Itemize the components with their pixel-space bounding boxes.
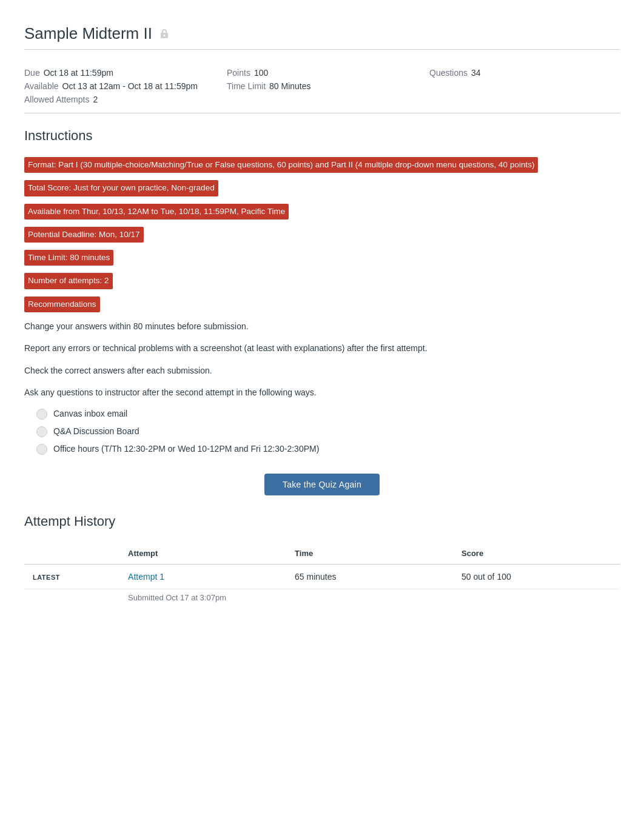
time-cell: 65 minutes	[286, 565, 453, 589]
bullet-text-1: Q&A Discussion Board	[53, 425, 139, 438]
due-label: Due	[24, 68, 40, 78]
table-row: LATEST Attempt 1 65 minutes 50 out of 10…	[24, 565, 620, 589]
questions-value: 34	[471, 68, 481, 78]
highlight-text-0: Format: Part I (30 multiple-choice/Match…	[24, 157, 538, 173]
take-quiz-button[interactable]: Take the Quiz Again	[264, 474, 380, 495]
allowed-attempts-value: 2	[93, 95, 98, 104]
submitted-row: Submitted Oct 17 at 3:07pm	[24, 589, 620, 611]
col-attempt: Attempt	[119, 543, 286, 565]
highlight-0: Format: Part I (30 multiple-choice/Match…	[24, 157, 620, 180]
latest-label: LATEST	[33, 574, 60, 581]
paragraph-2: Check the correct answers after each sub…	[24, 364, 620, 377]
meta-questions: Questions 34	[429, 68, 620, 78]
bullet-text-0: Canvas inbox email	[53, 407, 127, 420]
highlight-text-5: Number of attempts: 2	[24, 273, 113, 289]
list-item: Q&A Discussion Board	[36, 425, 620, 438]
instructions-section: Instructions Format: Part I (30 multiple…	[24, 128, 620, 455]
points-label: Points	[227, 68, 250, 78]
available-label: Available	[24, 81, 59, 91]
instructions-title: Instructions	[24, 128, 620, 147]
due-value: Oct 18 at 11:59pm	[44, 68, 113, 78]
table-header: Attempt Time Score	[24, 543, 620, 565]
meta-points: Points 100	[227, 68, 417, 78]
highlight-2: Available from Thur, 10/13, 12AM to Tue,…	[24, 204, 620, 227]
highlight-6: Recommendations	[24, 297, 620, 320]
list-item: Canvas inbox email	[36, 407, 620, 420]
highlight-text-4: Time Limit: 80 minutes	[24, 250, 113, 266]
time-limit-label: Time Limit	[227, 81, 266, 91]
bullet-icon-0	[36, 409, 47, 420]
page-title: Sample Midterm II	[24, 24, 152, 43]
highlight-text-1: Total Score: Just for your own practice,…	[24, 180, 218, 196]
time-limit-value: 80 Minutes	[269, 81, 310, 91]
questions-label: Questions	[429, 68, 468, 78]
meta-allowed-attempts: Allowed Attempts 2	[24, 95, 215, 104]
attempt-history-title: Attempt History	[24, 514, 620, 533]
bullet-list: Canvas inbox email Q&A Discussion Board …	[24, 407, 620, 455]
attempt-table: Attempt Time Score LATEST Attempt 1 65 m…	[24, 543, 620, 611]
col-score: Score	[453, 543, 620, 565]
score-cell: 50 out of 100	[453, 565, 620, 589]
header-row: Attempt Time Score	[24, 543, 620, 565]
col-latest	[24, 543, 119, 565]
attempt-link[interactable]: Attempt 1	[128, 572, 164, 582]
table-body: LATEST Attempt 1 65 minutes 50 out of 10…	[24, 565, 620, 611]
list-item: Office hours (T/Th 12:30-2PM or Wed 10-1…	[36, 443, 620, 455]
highlight-1: Total Score: Just for your own practice,…	[24, 180, 620, 203]
available-value: Oct 13 at 12am - Oct 18 at 11:59pm	[62, 81, 198, 91]
bullet-icon-2	[36, 444, 47, 455]
meta-due: Due Oct 18 at 11:59pm	[24, 68, 215, 78]
lock-icon	[158, 28, 170, 40]
highlight-4: Time Limit: 80 minutes	[24, 250, 620, 273]
submitted-text: Submitted Oct 17 at 3:07pm	[119, 589, 620, 611]
highlight-text-6: Recommendations	[24, 297, 100, 312]
paragraph-3: Ask any questions to instructor after th…	[24, 386, 620, 399]
attempt-history-section: Attempt History Attempt Time Score LATES…	[24, 514, 620, 611]
paragraph-0: Change your answers within 80 minutes be…	[24, 320, 620, 333]
highlight-5: Number of attempts: 2	[24, 273, 620, 296]
highlight-3: Potential Deadline: Mon, 10/17	[24, 227, 620, 250]
col-time: Time	[286, 543, 453, 565]
points-value: 100	[254, 68, 268, 78]
allowed-attempts-label: Allowed Attempts	[24, 95, 89, 104]
take-quiz-container: Take the Quiz Again	[24, 474, 620, 495]
bullet-icon-1	[36, 426, 47, 437]
bullet-text-2: Office hours (T/Th 12:30-2PM or Wed 10-1…	[53, 443, 319, 455]
latest-badge: LATEST	[24, 565, 119, 589]
paragraph-1: Report any errors or technical problems …	[24, 341, 620, 355]
meta-time-limit: Time Limit 80 Minutes	[227, 81, 417, 91]
attempt-cell: Attempt 1	[119, 565, 286, 589]
highlight-text-3: Potential Deadline: Mon, 10/17	[24, 227, 144, 243]
highlight-text-2: Available from Thur, 10/13, 12AM to Tue,…	[24, 204, 289, 220]
quiz-meta: Due Oct 18 at 11:59pm Points 100 Questio…	[24, 59, 620, 113]
meta-available: Available Oct 13 at 12am - Oct 18 at 11:…	[24, 81, 215, 91]
page-header: Sample Midterm II	[24, 12, 620, 50]
